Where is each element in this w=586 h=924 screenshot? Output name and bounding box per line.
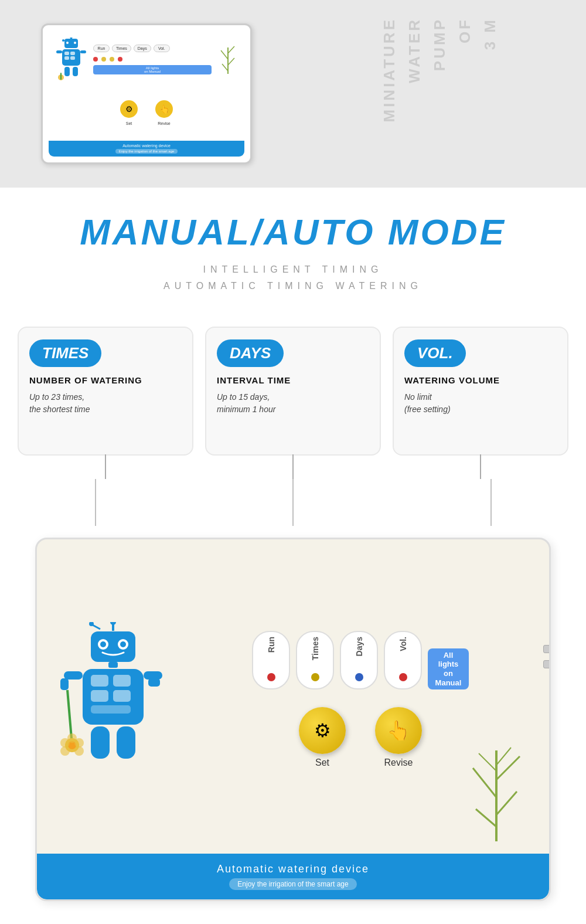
svg-rect-43 [60, 678, 69, 690]
svg-rect-35 [108, 662, 118, 668]
svg-rect-9 [70, 52, 75, 55]
plant-large-icon [461, 739, 532, 847]
svg-line-57 [473, 768, 496, 797]
svg-point-52 [60, 738, 70, 748]
robot-mini-icon [53, 36, 88, 83]
svg-rect-15 [73, 67, 78, 76]
days-desc: Up to 15 days,minimum 1 hour [217, 391, 369, 416]
device-large: Run Times Days Vol. [35, 538, 551, 901]
svg-rect-11 [70, 56, 75, 60]
top-right-vertical-text: MINIATURE WATER PUMP OF 3 M [293, 0, 586, 188]
svg-rect-30 [91, 631, 135, 662]
tab-times-dot [311, 673, 319, 681]
mini-controls: Run Times Days Vol. All lightson Manual [93, 45, 212, 74]
revise-button[interactable]: 👆 [375, 707, 422, 754]
svg-rect-47 [117, 726, 135, 759]
svg-point-55 [74, 746, 84, 756]
all-lights-button[interactable]: All lightsonManual [428, 648, 469, 689]
top-section: Run Times Days Vol. All lightson Manual [0, 0, 586, 188]
feature-card-vol: VOL. WATERING VOLUME No limit(free setti… [393, 327, 568, 456]
svg-line-21 [228, 58, 234, 65]
tab-run-label: Run [267, 637, 276, 653]
tab-run-dot [267, 673, 275, 681]
device-mini-preview: Run Times Days Vol. All lightson Manual [41, 23, 252, 164]
tab-run[interactable]: Run [252, 631, 290, 689]
mini-set-btn-wrap: ⚙ Set [120, 100, 138, 125]
mini-dot-red-1 [93, 57, 98, 62]
mini-footer-main: Automatic watering device [52, 144, 241, 148]
mini-plant-icon [218, 42, 239, 77]
tab-vol-dot [399, 673, 407, 681]
tabs-row: Run Times Days Vol. [252, 631, 469, 689]
device-large-footer: Automatic watering device Enjoy the irri… [37, 854, 549, 899]
days-badge: DAYS [217, 339, 284, 367]
vert-text-pump: PUMP [431, 18, 449, 71]
mini-footer: Automatic watering device Enjoy the irri… [49, 141, 244, 157]
middle-section: MANUAL/AUTO MODE INTELLIGENT TIMING AUTO… [0, 188, 586, 327]
port-2 [543, 660, 551, 668]
mini-tab-vol: Vol. [154, 45, 170, 52]
port-1 [543, 645, 551, 653]
times-badge: TIMES [29, 339, 101, 367]
svg-rect-12 [56, 50, 62, 53]
svg-rect-10 [64, 56, 69, 60]
main-title: MANUAL/AUTO MODE [18, 211, 568, 253]
set-button[interactable]: ⚙ [299, 707, 346, 754]
tab-vol[interactable]: Vol. [384, 631, 422, 689]
connector-lines-svg [0, 479, 586, 526]
connectors-area [0, 479, 586, 526]
set-label: Set [315, 757, 329, 768]
buttons-row: ⚙ Set 👆 Revise [299, 707, 422, 768]
subtitle-automatic: AUTOMATIC TIMING WATERING [18, 281, 568, 291]
days-title: INTERVAL TIME [217, 375, 369, 385]
svg-rect-42 [64, 671, 83, 680]
svg-point-54 [60, 746, 70, 756]
mini-tab-times: Times [112, 45, 131, 52]
vol-badge-text: VOL. [417, 344, 453, 362]
bottom-section: Run Times Days Vol. [0, 526, 586, 924]
device-large-body: Run Times Days Vol. [37, 539, 549, 854]
all-lights-text: All lightsonManual [434, 651, 463, 687]
vert-text-of: OF [456, 18, 474, 43]
svg-rect-14 [64, 67, 70, 76]
vert-text-miniature: MINIATURE [380, 18, 398, 123]
revise-btn-wrap: 👆 Revise [375, 707, 422, 768]
mini-revise-button[interactable]: 👆 [155, 100, 173, 118]
days-badge-text: DAYS [230, 344, 271, 362]
mini-set-label: Set [126, 121, 132, 125]
svg-line-59 [496, 791, 517, 815]
svg-rect-38 [113, 675, 131, 687]
svg-line-28 [93, 625, 100, 629]
times-badge-text: TIMES [42, 344, 88, 362]
svg-rect-44 [144, 671, 162, 680]
svg-rect-39 [91, 690, 108, 702]
footer-main-text: Automatic watering device [46, 863, 540, 875]
times-desc: Up to 23 times,the shortest time [29, 391, 182, 416]
svg-rect-41 [91, 705, 131, 714]
svg-rect-46 [91, 726, 110, 759]
tab-times-label: Times [311, 637, 320, 660]
svg-rect-17 [60, 73, 62, 80]
mini-tab-days: Days [134, 45, 151, 52]
svg-line-19 [221, 50, 228, 59]
feature-card-times: TIMES NUMBER OF WATERING Up to 23 times,… [18, 327, 193, 456]
svg-line-62 [496, 748, 511, 765]
svg-line-58 [496, 756, 520, 780]
features-section: TIMES NUMBER OF WATERING Up to 23 times,… [0, 327, 586, 479]
tab-days[interactable]: Days [340, 631, 378, 689]
vol-desc: No limit(free setting) [404, 391, 557, 416]
tab-days-label: Days [355, 637, 364, 656]
tab-times[interactable]: Times [296, 631, 334, 689]
footer-sub-text: Enjoy the irrigation of the smart age [229, 878, 356, 890]
svg-rect-40 [113, 690, 131, 702]
svg-rect-13 [80, 50, 86, 53]
mini-set-button[interactable]: ⚙ [120, 100, 138, 118]
mini-dot-yellow [101, 57, 106, 62]
mini-tab-run: Run [93, 45, 110, 52]
svg-rect-37 [91, 675, 108, 687]
svg-line-60 [476, 809, 496, 827]
mini-revise-label: Revise [158, 121, 170, 125]
vert-text-water: WATER [406, 18, 424, 83]
subtitle-intelligent: INTELLIGENT TIMING [18, 264, 568, 275]
tab-days-dot [355, 673, 363, 681]
